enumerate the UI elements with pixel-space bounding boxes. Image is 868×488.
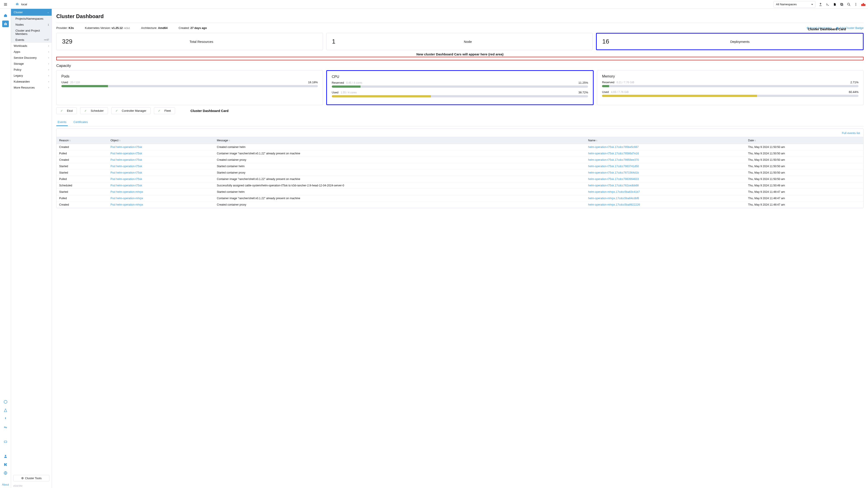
- events-table: Reason⇅Object⇅Message⇅Name⇅Date⇅ Created…: [57, 137, 863, 208]
- object-link[interactable]: Pod helm-operation-t75sk: [111, 184, 142, 187]
- annotation-red-text: New cluster Dashboard Cars will appear h…: [56, 52, 864, 56]
- cluster-name: local: [21, 3, 27, 6]
- globe-icon[interactable]: [2, 470, 9, 476]
- dashboard-card[interactable]: 16Deployments: [596, 33, 864, 50]
- name-link[interactable]: helm-operation-t75sk.17cdcc7871564d1b: [588, 171, 639, 174]
- object-link[interactable]: Pod helm-operation-mhrpx: [111, 197, 143, 200]
- sidebar-sub-item[interactable]: Events⇥ 47: [11, 37, 52, 43]
- hamburger-menu[interactable]: [2, 1, 9, 8]
- k8s-version-info: Kubernetes Version: v1.25.12 +k3s1: [85, 26, 130, 30]
- sidebar-section[interactable]: More Resources›: [11, 85, 52, 91]
- name-link[interactable]: helm-operation-mhrpx.17cdcc5ba63c41b7: [588, 190, 640, 193]
- sidebar-cluster-header[interactable]: Cluster ⌄: [11, 9, 52, 16]
- rail-icon-3[interactable]: [2, 415, 9, 422]
- svg-point-5: [856, 5, 856, 6]
- user-icon[interactable]: [2, 453, 9, 459]
- table-row: CreatedPod helm-operation-t75skCreated c…: [57, 157, 863, 163]
- rail-icon-5[interactable]: [2, 438, 9, 445]
- annotation-card-label-2: Cluster Dashboard Card: [190, 109, 229, 113]
- cluster-breadcrumb[interactable]: local: [16, 2, 27, 6]
- pods-card: Pods Used20 / 11018.18%: [56, 70, 323, 105]
- red-annotation-box: [56, 57, 864, 60]
- sidebar-section[interactable]: Kubewarden›: [11, 79, 52, 85]
- table-row: StartedPod helm-operation-t75skStarted c…: [57, 170, 863, 176]
- sidebar-section[interactable]: Legacy›: [11, 73, 52, 79]
- about-link[interactable]: About: [2, 483, 9, 486]
- svg-rect-8: [864, 4, 866, 6]
- search-icon[interactable]: [847, 2, 851, 6]
- object-link[interactable]: Pod helm-operation-mhrpx: [111, 190, 143, 193]
- rail-icon-1[interactable]: [2, 399, 9, 405]
- sidebar-section[interactable]: Service Discovery›: [11, 55, 52, 61]
- table-header[interactable]: Name⇅: [585, 137, 745, 144]
- namespace-select[interactable]: All Namespaces: [774, 1, 815, 8]
- home-icon[interactable]: [2, 12, 9, 19]
- cluster-tools-button[interactable]: ⚙ Cluster Tools: [13, 475, 50, 481]
- sidebar-sub-item[interactable]: Projects/Namespaces: [11, 16, 52, 22]
- cluster-rail-icon[interactable]: [2, 21, 9, 27]
- table-header[interactable]: Reason⇅: [57, 137, 108, 144]
- svg-rect-0: [841, 3, 842, 5]
- sidebar-section[interactable]: Apps›: [11, 49, 52, 55]
- table-row: PulledPod helm-operation-t75skContainer …: [57, 176, 863, 182]
- name-link[interactable]: helm-operation-t75sk.17cdcc785be5c667: [588, 146, 639, 149]
- check-icon: ✓: [84, 109, 87, 112]
- table-row: PulledPod helm-operation-t75skContainer …: [57, 150, 863, 157]
- events-panel: Full events list Reason⇅Object⇅Message⇅N…: [56, 128, 864, 208]
- object-link[interactable]: Pod helm-operation-t75sk: [111, 158, 142, 161]
- name-link[interactable]: helm-operation-t75sk.17cdcc782cedbb68: [588, 184, 639, 187]
- file-icon[interactable]: [833, 2, 837, 6]
- top-bar: local All Namespaces: [0, 0, 868, 9]
- table-header[interactable]: Object⇅: [108, 137, 214, 144]
- table-row: CreatedPod helm-operation-t75skCreated c…: [57, 144, 863, 150]
- tab-events[interactable]: Events: [56, 119, 68, 126]
- name-link[interactable]: helm-operation-t75sk.17cdcc7863994633: [588, 178, 639, 181]
- object-link[interactable]: Pod helm-operation-t75sk: [111, 152, 142, 155]
- table-row: StartedPod helm-operation-mhrpxStarted c…: [57, 189, 863, 195]
- name-link[interactable]: helm-operation-t75sk.17cdcc78658ee370: [588, 158, 639, 161]
- capacity-title: Capacity: [56, 64, 864, 68]
- svg-rect-7: [863, 3, 864, 6]
- name-link[interactable]: helm-operation-t75sk.17cdcc78586d7e16: [588, 152, 639, 155]
- name-link[interactable]: helm-operation-t75sk.17cdcc7863741d50: [588, 165, 639, 168]
- rancher-logo[interactable]: [861, 2, 866, 7]
- dashboard-card[interactable]: 1Node: [326, 33, 593, 50]
- sidebar-section[interactable]: Storage›: [11, 61, 52, 67]
- object-link[interactable]: Pod helm-operation-t75sk: [111, 165, 142, 168]
- table-row: ScheduledPod helm-operation-t75skSuccess…: [57, 182, 863, 189]
- copy-icon[interactable]: [840, 2, 844, 6]
- rail-icon-2[interactable]: [2, 407, 9, 414]
- svg-rect-6: [861, 4, 863, 6]
- sidebar-sub-item[interactable]: Nodes1: [11, 22, 52, 28]
- object-link[interactable]: Pod helm-operation-t75sk: [111, 171, 142, 174]
- puzzle-icon[interactable]: [2, 461, 9, 468]
- svg-rect-1: [841, 4, 843, 5]
- memory-card: Memory Reserved0.21 / 7.76 GiB2.71% Used…: [597, 70, 864, 105]
- table-row: StartedPod helm-operation-t75skStarted c…: [57, 163, 863, 170]
- health-item: ✓Fleet: [154, 107, 175, 114]
- sidebar-section[interactable]: Workloads›: [11, 43, 52, 49]
- table-header[interactable]: Date⇅: [745, 137, 863, 144]
- table-header[interactable]: Message⇅: [214, 137, 585, 144]
- sidebar: Cluster ⌄ Projects/NamespacesNodes1Clust…: [11, 9, 52, 488]
- object-link[interactable]: Pod helm-operation-t75sk: [111, 178, 142, 181]
- table-row: PulledPod helm-operation-mhrpxContainer …: [57, 195, 863, 202]
- dashboard-card[interactable]: 329Total Resources: [56, 33, 323, 50]
- terminal-icon[interactable]: [826, 2, 830, 6]
- check-icon: ✓: [61, 109, 63, 112]
- full-events-link[interactable]: Full events list: [57, 131, 863, 137]
- svg-rect-9: [4, 441, 7, 443]
- upload-icon[interactable]: [818, 2, 823, 6]
- sidebar-section[interactable]: Policy›: [11, 67, 52, 73]
- object-link[interactable]: Pod helm-operation-mhrpx: [111, 203, 143, 206]
- main-content: Cluster Dashboard Provider: K3s Kubernet…: [52, 9, 868, 488]
- tab-certificates[interactable]: Certificates: [72, 119, 89, 126]
- sidebar-sub-item[interactable]: Cluster and Project Members: [11, 28, 52, 37]
- name-link[interactable]: helm-operation-mhrpx.17cdcc5ba64cdbf6: [588, 197, 639, 200]
- kebab-menu-icon[interactable]: [854, 2, 858, 6]
- object-link[interactable]: Pod helm-operation-t75sk: [111, 146, 142, 149]
- rail-icon-4[interactable]: [2, 424, 9, 430]
- name-link[interactable]: helm-operation-mhrpx.17cdcc5ba8922226: [588, 203, 640, 206]
- gear-icon: ⚙: [21, 477, 24, 480]
- table-row: CreatedPod helm-operation-mhrpxCreated c…: [57, 202, 863, 208]
